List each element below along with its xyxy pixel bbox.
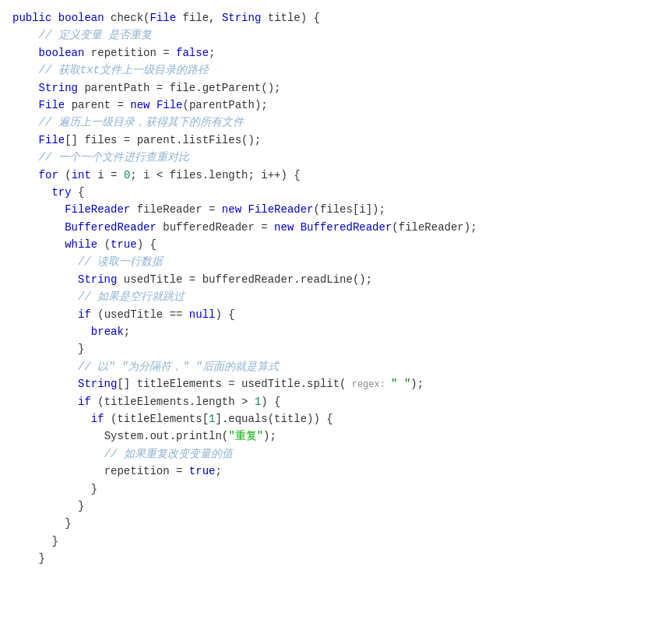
line-7: // 遍历上一级目录，获得其下的所有文件: [12, 114, 653, 131]
line-3: boolean repetition = false;: [12, 44, 653, 62]
line-6: File parent = new File(parentPath);: [12, 97, 653, 114]
line-14: while (true) {: [12, 236, 653, 253]
line-8: File[] files = parent.listFiles();: [12, 132, 653, 149]
line-20: }: [12, 340, 653, 357]
line-11: try {: [12, 184, 653, 201]
line-28: }: [12, 480, 653, 498]
line-26: // 如果重复改变变量的值: [12, 445, 653, 463]
line-12: FileReader fileReader = new FileReader(f…: [12, 201, 653, 218]
line-16: String usedTitle = bufferedReader.readLi…: [12, 271, 653, 288]
line-4: // 获取txt文件上一级目录的路径: [12, 62, 653, 79]
line-27: repetition = true;: [12, 463, 653, 480]
line-31: }: [12, 533, 653, 550]
line-29: }: [12, 498, 653, 515]
line-17: // 如果是空行就跳过: [12, 288, 653, 305]
line-15: // 读取一行数据: [12, 253, 653, 270]
line-1: public boolean check(File file, String t…: [12, 9, 653, 26]
line-13: BufferedReader bufferedReader = new Buff…: [12, 219, 653, 236]
line-9: // 一个一个文件进行查重对比: [12, 149, 653, 166]
line-25: System.out.println("重复");: [12, 428, 653, 445]
line-10: for (int i = 0; i < files.length; i++) {: [12, 167, 653, 184]
line-2: // 定义变量 是否重复: [12, 26, 653, 44]
line-5: String parentPath = file.getParent();: [12, 79, 653, 97]
line-21: // 以" "为分隔符，" "后面的就是算式: [12, 358, 653, 375]
line-30: }: [12, 515, 653, 532]
line-22: String[] titleElements = usedTitle.split…: [12, 375, 653, 392]
code-container: public boolean check(File file, String t…: [0, 0, 665, 644]
line-18: if (usedTitle == null) {: [12, 306, 653, 323]
line-32: }: [12, 550, 653, 567]
line-23: if (titleElements.length > 1) {: [12, 393, 653, 410]
line-24: if (titleElements[1].equals(title)) {: [12, 410, 653, 428]
line-19: break;: [12, 323, 653, 340]
